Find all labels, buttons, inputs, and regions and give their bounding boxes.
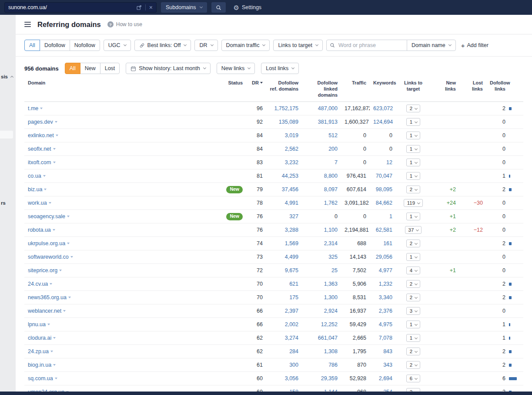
keywords-link[interactable]: 0 [389,146,392,152]
dofollow-linked-domains-link[interactable]: 0 [335,213,338,219]
dofollow-ref-domains-link[interactable]: 9,675 [285,267,298,273]
dofollow-linked-domains-link[interactable]: 200 [328,146,338,152]
new-links-value[interactable]: +1 [450,267,456,273]
keywords-link[interactable]: 3,340 [379,294,392,300]
new-links-value[interactable]: +1 [450,213,456,219]
keywords-link[interactable]: 1,232 [379,281,392,287]
dofollow-ref-domains-link[interactable]: 1,569 [285,240,298,246]
filter-nofollow-button[interactable]: Nofollow [70,40,100,51]
keywords-link[interactable]: 124,694 [373,119,393,125]
sidebar-item-fragment[interactable]: rs [1,200,6,206]
dofollow-linked-domains-link[interactable]: 325 [328,254,338,260]
keywords-link[interactable]: 4,975 [379,321,392,327]
keywords-link[interactable]: 161 [383,240,392,246]
keywords-link[interactable]: 7,078 [379,335,392,341]
links-to-target-dropdown[interactable]: 1 [406,213,420,220]
domain-link[interactable]: lpnu.ua [28,321,50,327]
dofollow-ref-domains-link[interactable]: 284 [289,348,298,354]
column-header-status[interactable]: Status [216,74,246,102]
dofollow-ref-domains-link[interactable]: 2,397 [285,308,298,314]
links-to-target-dropdown[interactable]: 1 [406,334,420,342]
domain-link[interactable]: biz.ua [28,186,47,192]
column-header-new-links[interactable]: New links [431,74,459,102]
dofollow-ref-domains-link[interactable]: 2,002 [285,321,298,327]
domain-link[interactable]: 24.zp.ua [28,348,53,354]
how-to-use-link[interactable]: ? How to use [107,21,142,27]
keywords-link[interactable]: 4,977 [379,267,392,273]
new-links-value[interactable]: +24 [447,200,456,206]
links-to-target-dropdown[interactable]: 6 [406,375,420,382]
dofollow-linked-domains-link[interactable]: 12,252 [321,321,338,327]
filter-all-button[interactable]: All [24,40,40,51]
links-to-target-dropdown[interactable]: 2 [406,348,420,355]
column-header-dofollow-linked-domains[interactable]: Dofollow linked domains [302,74,341,102]
dofollow-ref-domains-link[interactable]: 175 [289,294,298,300]
links-to-target-dropdown[interactable]: 2 [406,388,420,392]
dofollow-linked-domains-link[interactable]: 1,762 [324,200,338,206]
column-header-traffic[interactable]: Traffic [341,74,370,102]
domain-link[interactable]: t.me [28,105,43,111]
new-links-value[interactable]: +2 [450,227,456,233]
domain-link[interactable]: seoagency.sale [28,213,70,219]
dofollow-ref-domains-link[interactable]: 621 [289,281,298,287]
ugc-dropdown[interactable]: UGC [104,40,131,51]
dofollow-ref-domains-link[interactable]: 327 [289,213,298,219]
links-to-target-dropdown[interactable]: 2 [406,361,420,369]
dofollow-linked-domains-link[interactable]: 381,913 [318,119,338,125]
column-header-domain[interactable]: Domain [24,74,216,102]
keywords-link[interactable]: 98,095 [376,186,392,192]
links-to-target-dropdown[interactable]: 1 [406,145,420,153]
links-to-target-dropdown[interactable]: 119 [404,199,423,207]
domain-link[interactable]: exlinko.net [28,132,58,138]
domain-link[interactable]: sq.com.ua [28,375,57,381]
close-icon[interactable]: × [149,4,153,10]
links-to-target-dropdown[interactable]: 1 [406,321,420,328]
domain-name-dropdown[interactable]: Domain name [407,40,456,51]
dofollow-ref-domains-link[interactable]: 4,499 [285,254,298,260]
filter-dofollow-button[interactable]: Dofollow [40,40,70,51]
dofollow-ref-domains-link[interactable]: 3,288 [285,227,298,233]
dofollow-ref-domains-link[interactable]: 300 [289,362,298,368]
sidebar-selected-item[interactable] [0,131,13,138]
domain-link[interactable]: siteprice.org [28,267,62,273]
dofollow-linked-domains-link[interactable]: 8,800 [324,173,338,179]
column-header-dr[interactable]: DR [246,74,266,102]
dofollow-linked-domains-link[interactable]: 1,300 [324,294,338,300]
keywords-link[interactable]: 0 [389,132,392,138]
keywords-link[interactable]: 12 [386,159,392,165]
domain-link[interactable]: biog.in.ua [28,362,56,368]
status-all-button[interactable]: All [65,63,80,74]
domain-traffic-dropdown[interactable]: Domain traffic [221,40,270,51]
dofollow-linked-domains-link[interactable]: 786 [328,362,338,368]
settings-button[interactable]: ⚙ Settings [234,4,262,11]
target-url-box[interactable]: sunone.com.ua/ × [4,2,157,13]
keywords-link[interactable]: 1 [389,213,392,219]
lost-links-dropdown[interactable]: Lost links [261,63,299,74]
keywords-link[interactable]: 843 [383,348,392,354]
keywords-link[interactable]: 29,056 [376,254,392,260]
add-filter-button[interactable]: + Add filter [461,42,489,49]
sidebar-item-fragment-analysis[interactable]: sis [1,74,13,79]
dofollow-ref-domains-link[interactable]: 3,274 [285,335,298,341]
links-to-target-dropdown[interactable]: 4 [406,267,420,274]
domain-link[interactable]: pages.dev [28,119,57,125]
links-to-target-dropdown[interactable]: 2 [406,186,420,193]
domain-link[interactable]: robota.ua [28,227,55,233]
links-to-target-dropdown[interactable]: 1 [406,159,420,166]
domain-link[interactable]: clodura.ai [28,335,56,341]
links-to-target-dropdown[interactable]: 1 [406,132,420,139]
column-header-links-to-target[interactable]: Links to target [396,74,431,102]
dofollow-linked-domains-link[interactable]: 512 [328,132,338,138]
dofollow-ref-domains-link[interactable]: 4,991 [285,200,298,206]
dofollow-linked-domains-link[interactable]: 1,363 [324,281,338,287]
column-header-dofollow-links[interactable]: Dofollow links [486,74,509,102]
dofollow-ref-domains-link[interactable]: 2,562 [285,146,298,152]
links-to-target-dropdown[interactable]: 3 [406,307,420,315]
dofollow-linked-domains-link[interactable]: 487,000 [318,105,338,111]
dofollow-linked-domains-link[interactable]: 1,308 [324,348,338,354]
dofollow-ref-domains-link[interactable]: 3,232 [285,159,298,165]
dofollow-linked-domains-link[interactable]: 29,359 [321,375,338,381]
search-button[interactable] [211,2,226,13]
keywords-link[interactable]: 2,376 [379,308,392,314]
links-to-target-dropdown[interactable]: 2 [406,280,420,288]
